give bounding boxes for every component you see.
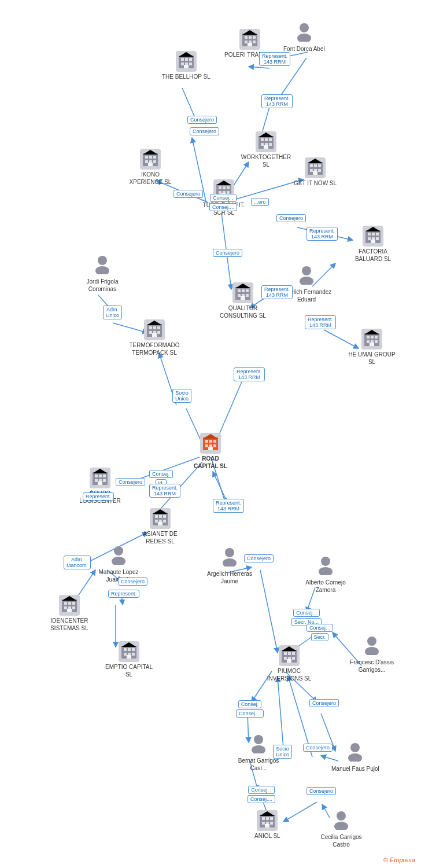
svg-rect-132 — [152, 333, 157, 337]
node-label: THE BELLHOP SL — [162, 73, 211, 80]
node-factoria: FACTORIA BALUARD SL — [347, 226, 399, 263]
badge-label[interactable]: Consej. . — [293, 609, 320, 617]
badge-consejero-argelich-h[interactable]: Consejero — [244, 554, 274, 562]
badge-consejero-logiscenter[interactable]: Consejero — [116, 478, 145, 486]
svg-rect-64 — [189, 62, 192, 65]
badge-label[interactable]: Consej.... — [209, 203, 237, 211]
badge-consejero-qualitur[interactable]: Consejero — [213, 249, 242, 257]
badge-consejero-piumoc2[interactable]: Consejero — [303, 744, 333, 752]
badge-label[interactable]: Represent.143 RRM — [213, 499, 244, 513]
badge-represent-qualitur[interactable]: Represent.143 RRM — [261, 285, 293, 299]
svg-rect-128 — [157, 326, 160, 329]
person-icon — [363, 635, 381, 657]
badge-socio-unico2[interactable]: SocioÚnico — [273, 745, 292, 759]
badge-adm-mancom[interactable]: Adm.Mancom. — [64, 556, 91, 569]
badge-label[interactable]: Consejero — [116, 478, 145, 486]
node-label: PIUMOC INVERSIONS SL — [263, 667, 315, 682]
badge-label[interactable]: Represent.143 RRM — [149, 484, 180, 498]
badge-label[interactable]: Represent. — [83, 492, 114, 501]
badge-represent-font-dorca[interactable]: Represent.143 RRM — [259, 52, 290, 66]
badge-represent-center[interactable]: Represent.143 RRM — [234, 367, 265, 381]
badge-consej-aniol[interactable]: Consej. . Consej.... — [248, 786, 275, 803]
badge-label[interactable]: Secr. — [311, 633, 329, 641]
badge-label[interactable]: Represent.143 RRM — [234, 367, 265, 381]
svg-rect-185 — [124, 653, 127, 656]
svg-rect-173 — [64, 602, 67, 605]
svg-point-192 — [321, 557, 330, 566]
badge-socio-unico[interactable]: SocioÚnico — [172, 389, 191, 403]
svg-point-208 — [348, 753, 362, 762]
badge-label[interactable]: Represent.143 RRM — [261, 285, 293, 299]
badge-label[interactable]: Consejero — [309, 699, 339, 707]
badge-label[interactable]: SocioÚnico — [273, 745, 292, 759]
svg-rect-123 — [241, 296, 245, 300]
badge-consejero-bellhop2[interactable]: Consejero — [190, 127, 219, 135]
badge-consejero-bellhop1[interactable]: Consejero — [187, 116, 217, 124]
badge-label[interactable]: Consej. . — [248, 786, 275, 794]
badge-represent-manaute[interactable]: Represent. — [108, 590, 139, 598]
badge-label[interactable]: Consej. . — [210, 194, 237, 202]
svg-rect-164 — [163, 515, 166, 518]
svg-rect-83 — [313, 171, 317, 175]
badge-consejero-cecilia[interactable]: Consejero — [306, 787, 336, 795]
badge-label[interactable]: Consej. . — [306, 624, 333, 632]
badge-consejero-ikono[interactable]: Consejero — [173, 190, 203, 198]
badge-label[interactable]: Represent.143 RRM — [259, 52, 290, 66]
badge-label[interactable]: Represent.143 RRM — [306, 227, 338, 241]
svg-point-115 — [300, 277, 313, 285]
badge-represent-argelich[interactable]: Represent.143 RRM — [305, 315, 336, 329]
svg-rect-127 — [153, 326, 156, 329]
svg-rect-136 — [371, 336, 374, 339]
badge-consejero-factoria[interactable]: Consejero — [276, 214, 306, 222]
badge-label[interactable]: Consej.... — [248, 795, 275, 803]
badge-label[interactable]: Represent.143 RRM — [261, 94, 293, 108]
badge-label[interactable]: Consej. — [149, 470, 173, 478]
badge-label[interactable]: Consej.... — [236, 709, 264, 718]
badge-consej-piumoc1[interactable]: Consej. Consej.... — [236, 700, 264, 718]
badge-consejero-manaute[interactable]: Consejero — [118, 578, 147, 586]
building-icon — [90, 468, 110, 488]
badge-label[interactable]: Consejero — [187, 116, 217, 124]
building-icon — [176, 51, 197, 72]
badge-consej-turtle[interactable]: Consej. . Consej.... — [209, 194, 237, 211]
node-emptio: EMPTIO CAPITAL SL — [103, 641, 155, 678]
badge-label[interactable]: Consejero — [244, 554, 274, 562]
badge-label[interactable]: Consejero — [306, 787, 336, 795]
building-icon — [144, 319, 165, 340]
svg-point-191 — [223, 558, 237, 567]
svg-point-190 — [225, 548, 234, 557]
svg-marker-217 — [260, 811, 275, 816]
badge-label[interactable]: Consej. — [238, 700, 262, 708]
badge-label[interactable]: Consejero — [303, 744, 333, 752]
badge-label[interactable]: Consejero — [213, 249, 242, 257]
badge-represent-143-logis[interactable]: Represent.143 RRM — [149, 484, 180, 498]
badge-label[interactable]: SocioÚnico — [172, 389, 191, 403]
badge-label[interactable]: ...ero — [251, 198, 269, 206]
badge-consej-secr[interactable]: Consej. . Secr. — [306, 624, 333, 641]
node-bellhop: THE BELLHOP SL — [162, 51, 211, 80]
badge-label[interactable]: Represent.143 RRM — [305, 315, 336, 329]
badge-label[interactable]: Consejero — [190, 127, 219, 135]
svg-rect-182 — [124, 648, 127, 651]
badge-represent-road2[interactable]: Represent.143 RRM — [213, 499, 244, 513]
badge-represent-factoria[interactable]: Represent.143 RRM — [306, 227, 338, 241]
badge-label[interactable]: Consejero — [118, 578, 147, 586]
svg-rect-97 — [227, 186, 230, 189]
svg-rect-110 — [371, 240, 375, 243]
badge-ero[interactable]: ...ero — [251, 198, 269, 206]
badge-label[interactable]: Represent. — [108, 590, 139, 598]
building-icon — [150, 508, 171, 529]
svg-rect-105 — [372, 233, 375, 236]
badge-represent-logis[interactable]: Represent. — [83, 492, 114, 501]
badge-label[interactable]: Consejero — [173, 190, 203, 198]
badge-label[interactable]: Adm.Mancom. — [64, 556, 91, 569]
svg-rect-106 — [376, 233, 379, 236]
svg-rect-70 — [269, 138, 272, 141]
badge-consejero-manuel[interactable]: Consejero — [309, 699, 339, 707]
badge-label[interactable]: Consejero — [276, 214, 306, 222]
badge-adm-unico[interactable]: Adm.Unico — [103, 306, 122, 319]
node-jordi-frigola: Jordi Frigola Corominas — [76, 255, 128, 293]
svg-rect-95 — [219, 186, 221, 189]
badge-label[interactable]: Adm.Unico — [103, 306, 122, 319]
badge-represent-worktogether[interactable]: Represent.143 RRM — [261, 94, 293, 108]
